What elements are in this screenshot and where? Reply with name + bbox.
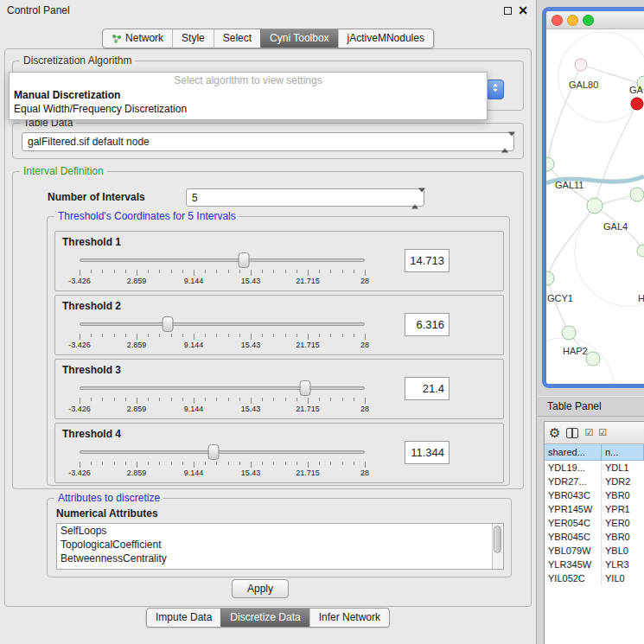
table-row[interactable]: YER054CYER0 xyxy=(545,516,644,530)
attributes-list[interactable]: SelfLoopsTopologicalCoefficientBetweenne… xyxy=(56,523,504,570)
tick-mark xyxy=(114,334,115,337)
cell-shared-name: YDR27... xyxy=(545,475,602,488)
threshold-value-field[interactable]: 6.316 xyxy=(405,313,450,336)
threshold-value-field[interactable]: 21.4 xyxy=(405,377,450,400)
tick-mark xyxy=(262,462,263,465)
gear-icon[interactable]: ⚙ xyxy=(549,426,560,439)
network-view-window: GAL80GAGAL11GAL4GCY1HAP2H xyxy=(542,7,644,388)
attribute-item-topologicalcoefficient[interactable]: TopologicalCoefficient xyxy=(57,538,503,552)
table-row[interactable]: YBR043CYBR0 xyxy=(545,488,644,502)
apply-button[interactable]: Apply xyxy=(232,579,289,598)
mac-zoom-button[interactable] xyxy=(583,15,594,26)
table-row[interactable]: YPR145WYPR1 xyxy=(545,502,644,516)
tick-mark xyxy=(228,462,229,465)
tick-label: 9.144 xyxy=(184,341,204,349)
slider-tick-labels: -3.4262.8599.14415.4321.71528 xyxy=(80,405,365,413)
tick-mark xyxy=(308,334,309,340)
network-edge[interactable] xyxy=(547,206,595,278)
network-node[interactable] xyxy=(546,271,554,285)
tick-mark xyxy=(228,334,229,337)
tick-mark xyxy=(102,462,103,465)
tick-mark xyxy=(171,462,172,465)
table-row[interactable]: YDR27...YDR2 xyxy=(545,475,644,488)
slider-thumb[interactable] xyxy=(163,316,174,332)
column-header-2[interactable]: n... xyxy=(602,444,644,460)
network-node[interactable] xyxy=(562,326,576,340)
tab-infer-network[interactable]: Infer Network xyxy=(309,609,389,627)
threshold-panel-1: Threshold 114.713-3.4262.8599.14415.4321… xyxy=(54,231,504,291)
mac-minimize-button[interactable] xyxy=(567,15,578,26)
threshold-value-field[interactable]: 11.344 xyxy=(405,441,450,464)
network-window-titlebar[interactable] xyxy=(546,11,644,29)
tab-label: Network xyxy=(125,29,163,48)
table-row[interactable]: YBL079WYBL0 xyxy=(545,544,644,558)
algorithm-combo-stepper[interactable] xyxy=(486,80,504,99)
tick-mark xyxy=(365,462,366,468)
network-node[interactable] xyxy=(587,198,603,214)
tick-mark xyxy=(80,462,80,468)
algorithm-option-manual-discretization[interactable]: Manual Discretization xyxy=(10,88,487,102)
tick-mark xyxy=(239,398,240,401)
attribute-item-selfloops[interactable]: SelfLoops xyxy=(57,524,503,538)
combo-placeholder-item[interactable]: Select algorithm to view settings xyxy=(10,73,487,88)
tab-style[interactable]: Style xyxy=(172,29,214,48)
tab-cyni-toolbox[interactable]: Cyni Toolbox xyxy=(260,29,337,48)
tab-jactivemnodules[interactable]: jActiveMNodules xyxy=(338,29,433,48)
threshold-slider: -3.4262.8599.14415.4321.71528 xyxy=(80,444,365,481)
slider-thumb[interactable] xyxy=(208,444,220,460)
tab-select[interactable]: Select xyxy=(214,29,260,48)
tick-mark xyxy=(330,270,331,273)
scrollbar[interactable] xyxy=(492,524,503,569)
tick-mark xyxy=(354,334,354,337)
slider-track[interactable] xyxy=(80,258,365,262)
tick-mark xyxy=(91,270,92,273)
slider-thumb[interactable] xyxy=(299,380,310,396)
table-row[interactable]: YLR345WYLR3 xyxy=(545,558,644,571)
slider-track[interactable] xyxy=(80,450,365,454)
tick-mark xyxy=(285,398,286,401)
slider-track[interactable] xyxy=(80,322,365,326)
tick-label: 15.43 xyxy=(241,341,261,349)
slider-thumb[interactable] xyxy=(239,252,250,268)
network-node[interactable] xyxy=(586,352,600,366)
table-row[interactable]: YDL19...YDL1 xyxy=(545,461,644,475)
tab-network[interactable]: Network xyxy=(103,29,172,48)
network-node[interactable] xyxy=(546,157,554,171)
mac-close-button[interactable] xyxy=(552,15,563,26)
background-arc xyxy=(558,32,644,122)
tab-label: Discretize Data xyxy=(230,609,300,627)
attribute-item-betweennesscentrality[interactable]: BetweennessCentrality xyxy=(57,552,503,565)
close-icon[interactable]: ✕ xyxy=(518,3,528,17)
network-node[interactable] xyxy=(631,98,643,110)
table-data-combobox[interactable]: galFiltered.sif default node xyxy=(22,132,514,151)
network-edge[interactable] xyxy=(547,278,569,333)
tab-discretize-data[interactable]: Discretize Data xyxy=(220,609,309,627)
scrollbar-thumb[interactable] xyxy=(494,526,501,553)
threshold-panel-3: Threshold 321.4-3.4262.8599.14415.4321.7… xyxy=(54,359,504,419)
cell-shared-name: YBR045C xyxy=(545,530,602,544)
slider-track[interactable] xyxy=(80,386,365,390)
algorithm-option-equal-width-frequency-discretization[interactable]: Equal Width/Frequency Discretization xyxy=(10,102,487,116)
checkbox-icon[interactable]: ☑ xyxy=(598,428,606,437)
float-window-icon[interactable] xyxy=(504,7,512,15)
tick-mark xyxy=(91,334,92,337)
table-row[interactable]: YIL052CYIL0 xyxy=(545,571,644,585)
tick-label: 28 xyxy=(360,277,369,285)
tick-mark xyxy=(342,398,343,401)
chevron-down-icon xyxy=(493,89,498,92)
network-node[interactable] xyxy=(637,245,644,257)
column-header-1[interactable]: shared... xyxy=(545,444,602,460)
number-of-intervals-combobox[interactable]: 5 xyxy=(186,188,424,207)
checkbox-icon[interactable]: ☑ xyxy=(584,428,592,437)
network-canvas[interactable]: GAL80GAGAL11GAL4GCY1HAP2H xyxy=(546,29,644,384)
network-node[interactable] xyxy=(630,188,644,201)
tick-label: 21.715 xyxy=(296,405,320,413)
tick-mark xyxy=(239,462,240,465)
stepper-icon xyxy=(501,137,509,148)
table-row[interactable]: YBR045CYBR0 xyxy=(545,530,644,544)
threshold-value-field[interactable]: 14.713 xyxy=(405,249,450,272)
columns-icon[interactable] xyxy=(566,428,578,438)
network-edge[interactable] xyxy=(595,104,637,206)
network-node[interactable] xyxy=(575,59,587,71)
tab-impute-data[interactable]: Impute Data xyxy=(147,609,220,627)
